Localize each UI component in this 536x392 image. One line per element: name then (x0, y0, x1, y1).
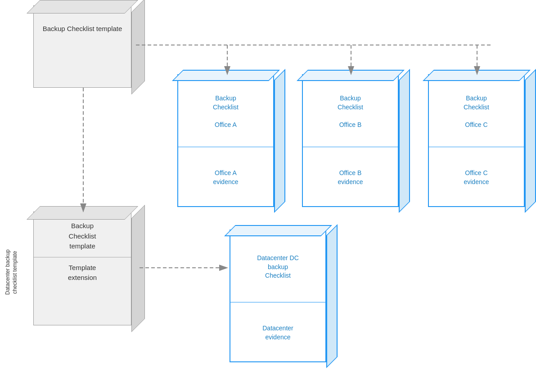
office-a-evidence-label: Office Aevidence (178, 147, 273, 208)
office-c-top-label: BackupChecklistOffice C (429, 75, 524, 147)
datacenter-dc-top-label: Datacenter DCbackupChecklist (230, 230, 325, 302)
side-label: Datacenter backupchecklist template (5, 221, 27, 324)
diagram-container: Backup Checklist template BackupChecklis… (0, 0, 536, 392)
office-b-top-label: BackupChecklistOffice B (303, 75, 398, 147)
datacenter-dc-box: Datacenter DCbackupChecklist Datacentere… (230, 230, 326, 362)
office-a-top-label: BackupChecklistOffice A (178, 75, 273, 147)
datacenter-evidence-label: Datacenterevidence (230, 302, 325, 363)
office-c-evidence-label: Office Cevidence (429, 147, 524, 208)
datacenter-template-label-bottom: Templateextension (34, 257, 131, 288)
office-b-evidence-label: Office Bevidence (303, 147, 398, 208)
office-c-box: BackupChecklistOffice C Office Cevidence (428, 74, 525, 207)
office-b-box: BackupChecklistOffice B Office Bevidence (302, 74, 399, 207)
office-a-box: BackupChecklistOffice A Office Aevidence (177, 74, 274, 207)
